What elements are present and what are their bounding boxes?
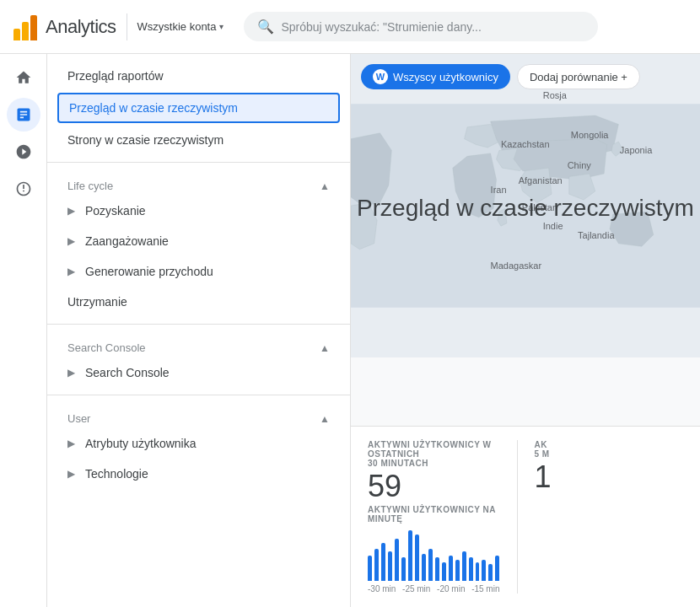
nav-explore[interactable]	[7, 172, 40, 206]
arrow-icon: ▶	[67, 367, 75, 379]
add-comparison-button[interactable]: Dodaj porównanie +	[517, 64, 640, 89]
arrow-icon: ▶	[67, 468, 75, 480]
logo-icon	[13, 13, 37, 40]
bar	[428, 549, 433, 581]
bar	[476, 562, 480, 581]
bar	[395, 539, 399, 581]
stat-sublabel-1: AKTYWNI UŻYTKOWNICY NA MINUTĘ	[368, 505, 500, 524]
map-label-japonia: Japonia	[620, 145, 653, 155]
arrow-icon: ▶	[67, 266, 75, 277]
sidebar-item-utrzymanie[interactable]: Utrzymanie	[47, 287, 350, 317]
stat-value-2: 1	[535, 462, 667, 492]
search-bar[interactable]: 🔍 Spróbuj wyszukać: "Strumienie dany...	[244, 12, 598, 41]
sidebar-item-zaangazowanie[interactable]: ▶ Zaangażowanie	[47, 226, 350, 256]
map-label-chiny: Chiny	[568, 160, 591, 170]
bar-chart	[368, 530, 500, 581]
sidebar-item-strony[interactable]: Strony w czasie rzeczywistym	[47, 125, 350, 155]
stat-label-1: AKTYWNI UŻYTKOWNICY W OSTATNICH 30 MINUT…	[368, 440, 500, 468]
bar	[495, 556, 499, 581]
chevron-up-icon-user: ▲	[320, 413, 330, 425]
filter-bar: W Wszyscy użytkownicy Dodaj porównanie +	[361, 64, 640, 89]
stat-label-2: AK 5 M	[535, 440, 667, 459]
stats-area: AKTYWNI UŻYTKOWNICY W OSTATNICH 30 MINUT…	[351, 426, 700, 607]
bar	[435, 557, 439, 581]
map-area: Rosja Kazachstan Mongolia Afganistan Chi…	[351, 54, 700, 357]
app-title: Analytics	[46, 16, 116, 38]
sidebar-divider-1	[47, 162, 350, 163]
stat-value-1: 59	[368, 471, 500, 502]
chevron-down-icon: ▾	[219, 22, 223, 31]
bar	[449, 556, 453, 581]
chevron-up-icon-sc: ▲	[320, 342, 330, 354]
arrow-icon: ▶	[67, 438, 75, 449]
nav-realtime[interactable]	[7, 135, 40, 169]
stat-block-30min: AKTYWNI UŻYTKOWNICY W OSTATNICH 30 MINUT…	[368, 440, 517, 594]
map-label-afganistan: Afganistan	[519, 175, 563, 185]
map-label-russia: Rosja	[543, 90, 567, 100]
sidebar-item-searchconsole[interactable]: ▶ Search Console	[47, 357, 350, 388]
sidebar-item-generowanie[interactable]: ▶ Generowanie przychodu	[47, 256, 350, 287]
bar	[455, 560, 460, 581]
w-badge: W	[373, 69, 388, 84]
sidebar-item-technologie[interactable]: ▶ Technologie	[47, 459, 350, 489]
icon-nav	[0, 54, 47, 607]
sidebar: Przegląd raportów Przegląd w czasie rzec…	[47, 54, 351, 607]
bar	[442, 562, 446, 581]
logo-area: Analytics	[13, 13, 116, 40]
page-title: Przegląd w czasie rzeczywistym	[357, 195, 694, 222]
bar	[462, 551, 466, 581]
bar	[374, 549, 379, 581]
bar	[488, 564, 493, 581]
search-icon: 🔍	[257, 19, 274, 35]
bar	[388, 551, 392, 581]
map-label-indie: Indie	[543, 221, 563, 231]
bar-chart-labels: -30 min -25 min -20 min -15 min	[368, 584, 500, 594]
bar	[469, 557, 473, 581]
search-placeholder: Spróbuj wyszukać: "Strumienie dany...	[281, 20, 481, 34]
sidebar-divider-3	[47, 395, 350, 395]
bar	[381, 543, 385, 581]
sidebar-section-lifecycle[interactable]: Life cycle ▲	[47, 169, 350, 196]
bar	[482, 560, 486, 581]
sidebar-divider-2	[47, 324, 350, 325]
header-divider	[127, 13, 127, 40]
sidebar-section-searchconsole[interactable]: Search Console ▲	[47, 331, 350, 357]
bar	[408, 530, 412, 581]
map-label-mongolia: Mongolia	[571, 130, 609, 140]
bar	[422, 554, 426, 581]
arrow-icon: ▶	[67, 205, 75, 217]
sidebar-item-atrybuty[interactable]: ▶ Atrybuty użytkownika	[47, 428, 350, 459]
bar	[401, 557, 406, 581]
map-label-kazachstan: Kazachstan	[501, 139, 549, 149]
nav-home[interactable]	[7, 61, 40, 94]
stat-block-5min: AK 5 M 1	[517, 440, 684, 594]
main-body: Przegląd raportów Przegląd w czasie rzec…	[0, 54, 700, 607]
nav-reports[interactable]	[7, 98, 40, 132]
arrow-icon: ▶	[67, 235, 75, 247]
bar	[415, 534, 419, 581]
main-content: Rosja Kazachstan Mongolia Afganistan Chi…	[351, 54, 700, 607]
account-selector[interactable]: Wszystkie konta ▾	[137, 20, 224, 33]
sidebar-item-przegladraportow[interactable]: Przegląd raportów	[47, 61, 350, 91]
filter-all-users-button[interactable]: W Wszyscy użytkownicy	[361, 64, 510, 89]
sidebar-item-active-realtime[interactable]: Przegląd w czasie rzeczywistym	[57, 93, 340, 123]
map-label-tajlandia: Tajlandia	[578, 230, 614, 240]
chevron-up-icon: ▲	[320, 180, 330, 192]
map-label-madagaskar: Madagaskar	[491, 261, 542, 271]
account-label: Wszystkie konta	[137, 20, 217, 33]
top-header: Analytics Wszystkie konta ▾ 🔍 Spróbuj wy…	[0, 0, 700, 54]
sidebar-section-user[interactable]: User ▲	[47, 402, 350, 428]
bar	[368, 556, 372, 581]
map-label-iran: Iran	[491, 185, 507, 195]
stats-row: AKTYWNI UŻYTKOWNICY W OSTATNICH 30 MINUT…	[368, 440, 683, 594]
sidebar-item-pozyskanie[interactable]: ▶ Pozyskanie	[47, 196, 350, 226]
